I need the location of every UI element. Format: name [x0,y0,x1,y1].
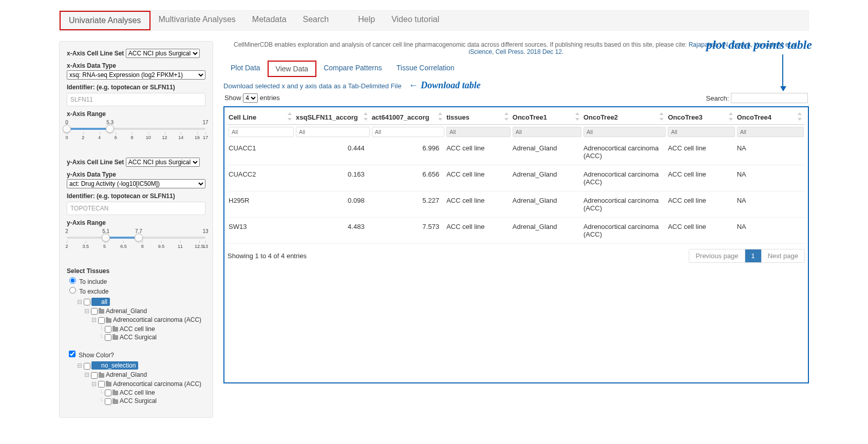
nav-video[interactable]: Video tutorial [383,11,447,30]
tab-plot-data[interactable]: Plot Data [223,61,268,77]
tree-node-cellline[interactable]: ACC cell line [120,389,155,396]
x-identifier-label: Identifier: (e.g. topotecan or SLFN11) [67,84,175,91]
table-cell: ACC cell line [667,218,735,244]
download-data-link[interactable]: Download selected x and y axis data as a… [223,82,402,90]
sort-icon [364,112,369,121]
tree-node-checkbox[interactable] [105,334,111,341]
folder-icon [106,382,111,387]
tree-node-checkbox[interactable] [105,398,111,405]
col-filter-input [446,127,511,137]
tree-toggle-icon[interactable]: ⊟ [77,362,82,369]
y-range-label: y-Axis Range [67,219,106,226]
tab-compare-patterns[interactable]: Compare Patterns [316,61,389,77]
top-nav: Univariate Analyses Multivariate Analyse… [59,10,809,31]
tissues-exclude-radio[interactable] [69,287,76,294]
show-color-checkbox[interactable] [69,351,76,357]
tree-node-checkbox[interactable] [84,363,90,370]
sidebar: x-Axis Cell Line Set ACC NCI plus Surgic… [59,41,213,418]
col-header[interactable]: OncoTree4 [736,110,805,125]
col-header[interactable]: Cell Line [228,110,295,125]
pager-next[interactable]: Next page [761,249,804,262]
tree-node-surgical[interactable]: ACC Surgical [120,397,157,404]
col-header[interactable]: xsqSLFN11_accorg [295,110,371,125]
tree-node-noselection[interactable]: no_selection [91,361,138,370]
tree-node-surgical[interactable]: ACC Surgical [120,334,157,341]
tissues-include-radio[interactable] [69,277,76,284]
tree-node-adrenal[interactable]: Adrenal_Gland [106,371,147,378]
y-range-slider[interactable]: 25.17.71323.556.589.51112.513 [67,229,205,254]
tree-node-acc[interactable]: Adrenocortical carcinoma (ACC) [113,316,201,323]
show-color[interactable]: Show Color? [67,352,114,359]
x-cellline-select[interactable]: ACC NCI plus Surgical [126,49,200,58]
nav-help[interactable]: Help [350,11,383,30]
tissues-include[interactable]: To include [67,278,107,285]
table-cell: CUACC2 [228,165,295,191]
tree-toggle-icon[interactable]: ⊟ [84,307,89,315]
tree-node-all[interactable]: all [91,298,110,306]
x-range-slider[interactable]: 05.317024681012141617 [67,121,205,145]
tree-node-checkbox[interactable] [105,390,111,396]
y-identifier-input[interactable] [67,202,205,215]
annotation-arrow-down-icon [780,86,786,91]
tree-node-checkbox[interactable] [91,372,98,379]
x-identifier-input[interactable] [67,93,205,106]
tab-view-data[interactable]: View Data [268,61,317,77]
tree-node-adrenal[interactable]: Adrenal_Gland [106,307,147,315]
sort-icon [798,112,803,121]
x-datatype-select[interactable]: xsq: RNA-seq Expression (log2 FPKM+1) [67,70,205,80]
tree-node-checkbox[interactable] [91,308,98,315]
table-cell: Adrenocortical carcinoma (ACC) [582,139,667,165]
col-filter-input[interactable] [372,127,444,137]
tab-tissue-correlation[interactable]: Tissue Correlation [389,61,462,77]
col-filter-input [668,127,734,137]
tree-node-checkbox[interactable] [105,326,111,333]
main-panel: CellMinerCDB enables exploration and ana… [223,41,809,418]
tree-node-cellline[interactable]: ACC cell line [120,325,155,333]
folder-icon [99,373,104,378]
col-filter-input [583,127,666,137]
table-cell: 0.163 [295,165,371,191]
col-filter-input[interactable] [296,127,370,137]
table-cell: Adrenocortical carcinoma (ACC) [582,218,667,244]
x-cellline-label: x-Axis Cell Line Set [67,50,124,57]
y-datatype-select[interactable]: act: Drug Activity (-log10[IC50M]) [67,179,205,188]
pager-page-1[interactable]: 1 [745,249,761,262]
tissues-exclude[interactable]: To exclude [67,288,109,295]
nav-search[interactable]: Search [295,11,337,30]
tissues-heading: Select Tissues [67,267,109,275]
length-select[interactable]: 4 [243,93,258,103]
col-filter-input[interactable] [229,127,294,137]
tree-node-checkbox[interactable] [98,317,105,324]
folder-icon [94,364,100,369]
sort-icon [659,112,665,121]
tree-toggle-icon[interactable]: ⊟ [91,316,97,323]
col-filter-input [513,127,581,137]
col-header[interactable]: act641007_accorg [371,110,445,125]
tree-node-checkbox[interactable] [98,381,105,388]
table-cell: Adrenocortical carcinoma (ACC) [582,191,667,218]
tree-node-checkbox[interactable] [84,299,90,305]
nav-metadata[interactable]: Metadata [244,11,295,30]
pager-prev[interactable]: Previous page [689,249,744,262]
table-info: Showing 1 to 4 of 4 entries [228,252,307,260]
folder-icon [112,335,118,340]
col-header[interactable]: OncoTree3 [667,110,735,125]
nav-univariate[interactable]: Univariate Analyses [60,11,150,30]
folder-icon [112,399,118,404]
tree-toggle-icon[interactable]: ⊟ [77,298,82,305]
tree-toggle-icon[interactable]: ⊟ [84,371,89,378]
sort-icon [504,112,510,121]
tree-node-acc[interactable]: Adrenocortical carcinoma (ACC) [113,380,201,388]
sort-icon [288,112,293,121]
col-header[interactable]: OncoTree2 [582,110,667,125]
nav-multivariate[interactable]: Multivariate Analyses [150,11,244,30]
tree-toggle-icon[interactable]: ⊟ [91,380,97,388]
folder-icon [106,318,111,323]
table-cell: NA [736,218,805,244]
sort-icon [729,112,734,121]
col-header[interactable]: OncoTree1 [512,110,582,125]
col-header[interactable]: tissues [445,110,512,125]
table-search-input[interactable] [731,93,808,103]
y-cellline-select[interactable]: ACC NCI plus Surgical [126,158,200,167]
table-cell: ACC cell line [667,165,735,191]
